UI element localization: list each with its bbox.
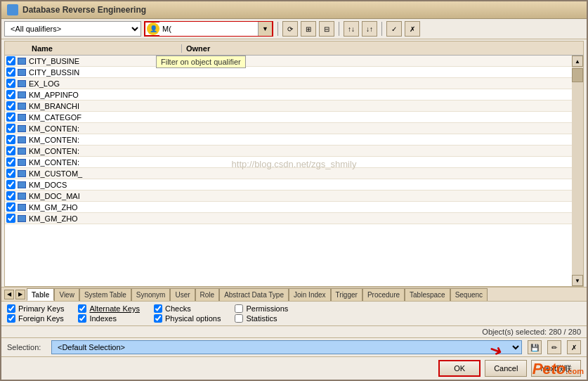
tab-user[interactable]: User — [170, 288, 195, 301]
row-checkbox[interactable] — [6, 180, 15, 189]
toolbar: <All qualifiers> 👤 ▼ ⟳ ⊞ ⊟ ↑↓ ↓↑ ✓ ✗ Fil… — [1, 19, 587, 39]
tab-trigger[interactable]: Trigger — [331, 288, 362, 301]
foreign-keys-checkbox[interactable] — [7, 314, 15, 323]
sel-save-btn[interactable]: 💾 — [528, 340, 542, 354]
row-checkbox[interactable] — [6, 67, 15, 77]
tab-role[interactable]: Role — [195, 288, 220, 301]
tab-procedure[interactable]: Procedure — [362, 288, 405, 301]
uncheck-all-btn[interactable]: ✗ — [405, 21, 420, 37]
indexes-checkbox[interactable] — [78, 314, 86, 323]
primary-keys-checkbox[interactable] — [7, 304, 15, 313]
table-row: KM_CUSTOM_ — [5, 168, 583, 179]
row-checkbox[interactable] — [6, 79, 15, 88]
app-icon — [7, 4, 18, 15]
vertical-scrollbar[interactable]: ▲ ▼ — [572, 56, 583, 286]
permissions-label: Permissions — [246, 304, 288, 313]
checks-checkbox[interactable] — [154, 304, 162, 313]
row-checkbox[interactable] — [6, 169, 15, 178]
qualifier-select[interactable]: <All qualifiers> — [4, 21, 141, 37]
table-row: KM_GM_ZHO — [5, 213, 583, 224]
selection-select[interactable]: <Default Selection> — [51, 340, 522, 354]
col-header-owner: Owner — [182, 44, 583, 53]
row-checkbox[interactable] — [6, 157, 15, 167]
check-physical-options: Physical options — [154, 314, 221, 323]
owner-input[interactable] — [159, 22, 258, 36]
brand-name: Peto — [533, 360, 566, 378]
row-checkbox[interactable] — [6, 101, 15, 110]
cancel-button[interactable]: Cancel — [485, 360, 527, 377]
tab-table[interactable]: Table — [27, 288, 54, 301]
table-icon — [18, 159, 26, 166]
table-icon — [18, 69, 26, 76]
objects-count: 280 / 280 — [549, 328, 581, 336]
tab-tablespace[interactable]: Tablespace — [405, 288, 450, 301]
tab-scroll-left[interactable]: ◀ — [4, 290, 14, 299]
tab-view[interactable]: View — [54, 288, 79, 301]
row-checkbox[interactable] — [6, 56, 15, 65]
indexes-label: Indexes — [89, 314, 117, 323]
owner-icon: 👤 — [147, 22, 159, 35]
row-checkbox[interactable] — [6, 112, 15, 122]
options-col-1: Primary Keys Foreign Keys — [7, 304, 64, 323]
sep1 — [277, 22, 278, 36]
row-checkbox[interactable] — [6, 146, 15, 155]
statistics-checkbox[interactable] — [235, 314, 243, 323]
tab-sequence[interactable]: Sequenc — [450, 288, 488, 301]
table-icon — [18, 114, 26, 121]
filter-btn[interactable]: ⊞ — [301, 21, 316, 37]
main-window: Database Reverse Engineering <All qualif… — [0, 0, 588, 381]
sort-btn[interactable]: ↑↓ — [344, 21, 359, 37]
tab-join-index[interactable]: Join Index — [289, 288, 331, 301]
table-row: KM_DOC_MAI — [5, 190, 583, 202]
sort2-btn[interactable]: ↓↑ — [362, 21, 377, 37]
table-icon — [18, 91, 26, 98]
sep3 — [381, 22, 382, 36]
row-checkbox[interactable] — [6, 90, 15, 99]
tooltip: Filter on object qualifier — [156, 56, 246, 68]
foreign-keys-label: Foreign Keys — [18, 314, 64, 323]
table-icon — [18, 80, 26, 87]
table-row: KM_CONTEN: — [5, 157, 583, 168]
sep2 — [339, 22, 339, 36]
tabs-area: ◀ ▶ Table View System Table Synonym User… — [1, 287, 587, 301]
table-icon — [18, 181, 26, 188]
row-checkbox[interactable] — [6, 135, 15, 144]
scrollbar-thumb[interactable] — [572, 68, 583, 82]
table-row: CITY_BUSINE — [5, 56, 583, 67]
refresh-btn[interactable]: ⟳ — [282, 21, 298, 37]
table-row: KM_CATEGOF — [5, 112, 583, 123]
primary-keys-label: Primary Keys — [18, 304, 64, 313]
table-header: Name Owner — [5, 41, 583, 56]
row-checkbox[interactable] — [6, 124, 15, 133]
tab-synonym[interactable]: Synonym — [131, 288, 171, 301]
table-icon — [18, 136, 26, 143]
physical-options-checkbox[interactable] — [154, 314, 162, 323]
owner-dropdown-arrow[interactable]: ▼ — [258, 22, 272, 36]
row-checkbox[interactable] — [6, 191, 15, 200]
table-icon — [18, 193, 26, 200]
tab-abstract-data-type[interactable]: Abstract Data Type — [219, 288, 289, 301]
check-all-btn[interactable]: ✓ — [386, 21, 402, 37]
permissions-checkbox[interactable] — [235, 304, 243, 313]
col-header-name: Name — [27, 44, 182, 53]
options-col-2: Alternate Keys Indexes — [78, 304, 140, 323]
ok-button[interactable]: OK — [438, 360, 481, 377]
alternate-keys-checkbox[interactable] — [78, 304, 86, 313]
scroll-up-btn[interactable]: ▲ — [572, 56, 583, 67]
table-row: KM_DOCS — [5, 179, 583, 190]
branding: Peto .com — [533, 360, 584, 378]
table-row: KM_GM_ZHO — [5, 202, 583, 213]
status-bar: Object(s) selected: 280 / 280 — [1, 325, 587, 337]
row-checkbox[interactable] — [6, 214, 15, 223]
tab-scroll-right[interactable]: ▶ — [15, 290, 25, 299]
tab-system-table[interactable]: System Table — [79, 288, 131, 301]
sel-edit-btn[interactable]: ✏ — [547, 340, 561, 354]
filter2-btn[interactable]: ⊟ — [319, 21, 334, 37]
table-icon — [18, 170, 26, 177]
scroll-down-btn[interactable]: ▼ — [572, 275, 583, 286]
options-area: Primary Keys Foreign Keys Alternate Keys… — [1, 301, 587, 325]
checks-label: Checks — [165, 304, 191, 313]
table-row: EX_LOG — [5, 78, 583, 89]
row-checkbox[interactable] — [6, 202, 15, 212]
sel-delete-btn[interactable]: ✗ — [567, 340, 581, 354]
